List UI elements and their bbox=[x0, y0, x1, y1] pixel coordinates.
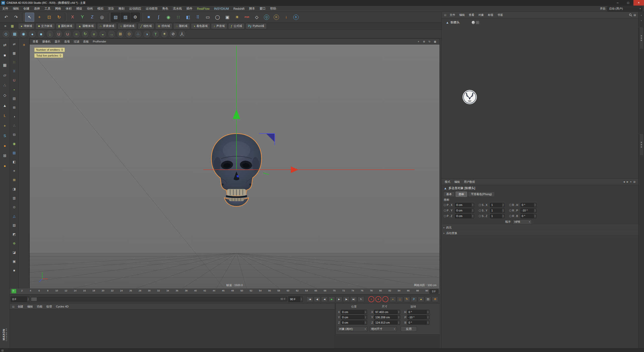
spinner[interactable]: ▴▾ bbox=[397, 315, 400, 319]
record-position-icon[interactable]: + bbox=[390, 296, 396, 302]
dock-icon[interactable]: ▪ bbox=[639, 13, 643, 17]
prev-frame-button[interactable]: ◀ bbox=[321, 296, 328, 302]
formula-field-button[interactable]: ƒ 公式域 bbox=[228, 23, 245, 29]
lock-x-axis-icon[interactable]: X bbox=[68, 13, 77, 22]
maximize-button[interactable]: □ bbox=[623, 0, 633, 6]
dock-tab[interactable] bbox=[639, 27, 643, 49]
record-options-button[interactable]: ⊙ bbox=[382, 296, 388, 302]
toolbar-icon[interactable] bbox=[108, 13, 110, 21]
menu-item[interactable]: 工具 bbox=[42, 6, 53, 12]
rotation-field[interactable]: 0 °▴▾ bbox=[520, 203, 537, 207]
model-mode-icon[interactable]: ■ bbox=[1, 51, 9, 59]
timeline-ruler[interactable]: 0246810121416182022242628303234363840424… bbox=[10, 288, 440, 294]
viewport-canvas[interactable]: Number of emitters: 0 Total live particl… bbox=[30, 45, 439, 288]
material-menu-item[interactable]: 功能 bbox=[35, 304, 44, 309]
palette-icon-16[interactable]: ⊠ bbox=[11, 176, 18, 184]
keyframe-dot[interactable] bbox=[444, 215, 446, 217]
viewport-menu-item[interactable]: 查看 bbox=[31, 39, 40, 44]
spinner[interactable]: ▴▾ bbox=[502, 209, 504, 212]
spinner[interactable]: ▴▾ bbox=[534, 209, 536, 212]
shader-field-button[interactable]: ◑ 着色器域 bbox=[191, 23, 210, 29]
spinner[interactable]: ▴▾ bbox=[300, 297, 303, 302]
menu-item[interactable]: 网格 bbox=[53, 6, 63, 12]
close-button[interactable]: × bbox=[633, 0, 644, 6]
spherical-field-button[interactable]: ● 球体域 bbox=[18, 23, 34, 29]
palette-icon-20[interactable]: △ bbox=[11, 212, 18, 220]
panel-menu-icon[interactable]: ▤ bbox=[443, 14, 448, 16]
polygons-mode-icon[interactable]: ▲ bbox=[1, 101, 9, 109]
keyframe-dot[interactable] bbox=[509, 204, 511, 206]
viewport-menu-item[interactable]: 摄像机 bbox=[40, 39, 53, 44]
axis-mode-icon[interactable]: L bbox=[1, 111, 9, 119]
rf-ksphere-daemon-icon[interactable]: ⊙ bbox=[125, 30, 133, 38]
redo-icon[interactable]: ↷ bbox=[11, 13, 21, 22]
lock-y-axis-icon[interactable]: Y bbox=[78, 13, 87, 22]
dock-tab[interactable] bbox=[639, 134, 643, 156]
rf-kvolume-daemon-icon[interactable]: ⊠ bbox=[116, 30, 124, 38]
attribute-menu-item[interactable]: 模式 bbox=[443, 179, 452, 185]
phong-tag-icon[interactable] bbox=[472, 21, 475, 24]
menu-item[interactable]: 文件 bbox=[0, 6, 11, 12]
rf-vortex-daemon-icon[interactable]: ↻ bbox=[81, 30, 89, 38]
menu-item[interactable]: 模拟 bbox=[95, 6, 106, 12]
spinner[interactable]: ▴▾ bbox=[502, 203, 504, 207]
cone-field-button[interactable]: ▲ 圆锥体域 bbox=[76, 23, 96, 29]
rf-magnet-daemon-icon[interactable]: U bbox=[64, 30, 71, 38]
position-input[interactable]: 0 cm▴▾ bbox=[341, 315, 367, 319]
redshift-icon[interactable]: ◇ bbox=[252, 13, 261, 22]
goto-end-button[interactable]: ▶| bbox=[350, 296, 357, 302]
position-field[interactable]: 0 cm▴▾ bbox=[455, 214, 474, 218]
scrubber-thumb[interactable] bbox=[31, 297, 37, 301]
move-tool-icon[interactable]: + bbox=[35, 13, 44, 22]
position-input[interactable]: 0 cm▴▾ bbox=[341, 310, 367, 314]
palette-icon-11[interactable]: ⊟ bbox=[11, 131, 18, 138]
record-scale-icon[interactable]: □ bbox=[397, 296, 403, 302]
paint-tool-icon[interactable]: ● bbox=[1, 142, 9, 150]
selection-tag-icon[interactable]: ∴ bbox=[476, 21, 479, 24]
spinner[interactable]: ▴▾ bbox=[364, 310, 367, 314]
search-icon[interactable] bbox=[629, 13, 632, 17]
cloner-icon[interactable]: ⠿ bbox=[193, 13, 203, 22]
linear-field-button[interactable]: ╱ 线性域 bbox=[138, 23, 154, 29]
layout-dropdown[interactable]: 启动 (用户) ▾ bbox=[607, 6, 642, 11]
rotation-input[interactable]: 0 °▴▾ bbox=[407, 320, 429, 325]
start-frame-input[interactable]: 0 F ▴▾ bbox=[11, 296, 30, 302]
box-field-button[interactable]: ■ 立方体域 bbox=[35, 23, 55, 29]
collapsed-section[interactable]: ▸ 四元 bbox=[442, 225, 638, 230]
menu-item[interactable]: 选择 bbox=[32, 6, 42, 12]
add-cube-icon[interactable]: ■ bbox=[144, 13, 153, 22]
material-menu-item[interactable]: Cycles 4D bbox=[54, 304, 70, 309]
position-input[interactable]: 0 cm▴▾ bbox=[341, 320, 367, 325]
live-selection-icon[interactable]: ↖ bbox=[25, 13, 34, 22]
minimize-button[interactable]: – bbox=[612, 0, 623, 6]
workplane-lock-icon[interactable]: ⊞ bbox=[1, 152, 9, 160]
capsule-field-button[interactable]: ∩ 胶囊体域 bbox=[97, 23, 117, 29]
rf-text-icon[interactable]: T bbox=[152, 30, 159, 38]
loop-button[interactable]: ↻ bbox=[357, 296, 364, 302]
menu-item[interactable]: 编辑 bbox=[11, 6, 21, 12]
size-input[interactable]: 136.208 cm▴▾ bbox=[374, 315, 400, 319]
prev-key-button[interactable]: ◀| bbox=[314, 296, 320, 302]
rotation-field[interactable]: -10 °▴▾ bbox=[520, 208, 537, 213]
palette-icon-4[interactable]: ⠿ bbox=[11, 68, 18, 75]
menu-item[interactable]: 动画 bbox=[85, 6, 95, 12]
keyframe-dot[interactable] bbox=[509, 215, 511, 217]
material-menu-item[interactable]: 创建 bbox=[16, 304, 25, 309]
sound-field-button[interactable]: ♪ 声音域 bbox=[211, 23, 227, 29]
position-field[interactable]: 0 cm▴▾ bbox=[455, 203, 474, 207]
menu-item[interactable]: 雕刻 bbox=[116, 6, 127, 12]
filter-icon[interactable]: ▤ bbox=[634, 14, 636, 16]
palette-icon-15[interactable]: ≡ bbox=[11, 167, 18, 174]
quick-render-r-icon[interactable]: R bbox=[272, 13, 281, 22]
palette-icon-21[interactable]: ▨ bbox=[11, 222, 18, 229]
apply-button[interactable]: 应用 bbox=[401, 326, 417, 332]
dock-icon[interactable]: ▪ bbox=[639, 19, 643, 22]
record-parameter-icon[interactable]: P bbox=[411, 296, 417, 302]
toolbar-icon[interactable] bbox=[65, 13, 67, 21]
spinner[interactable]: ▴▾ bbox=[27, 297, 29, 302]
viewport-menu-item[interactable]: 过滤 bbox=[72, 39, 81, 44]
points-mode-icon[interactable]: ∴ bbox=[1, 81, 9, 89]
record-rotation-icon[interactable]: ↻ bbox=[404, 296, 410, 302]
palette-icon-17[interactable]: ◨ bbox=[11, 185, 18, 193]
field-list-icon[interactable]: ≡ bbox=[2, 23, 9, 29]
